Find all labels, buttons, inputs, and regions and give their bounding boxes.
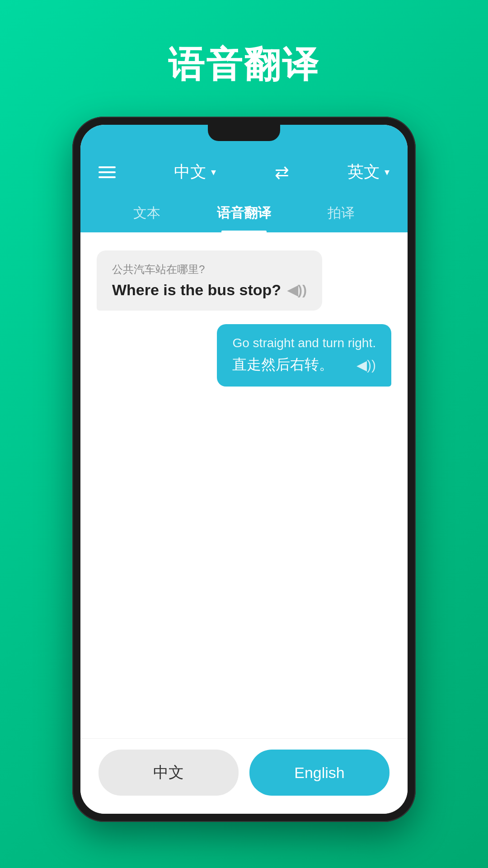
message-original-right: Go straight and turn right. [232, 336, 376, 350]
page-title-text: 语音翻译 [168, 41, 320, 90]
tabs-row: 文本 语音翻译 拍译 [99, 196, 389, 232]
sound-play-icon-left[interactable]: ◀)) [287, 282, 307, 298]
swap-languages-button[interactable]: ⇄ [275, 162, 289, 182]
target-lang-chevron-icon: ▾ [385, 166, 389, 178]
message-original-left: 公共汽车站在哪里? [112, 262, 307, 277]
hamburger-menu-button[interactable] [99, 166, 116, 178]
chinese-input-button[interactable]: 中文 [99, 750, 239, 796]
source-lang-label: 中文 [174, 161, 206, 183]
tab-voice[interactable]: 语音翻译 [196, 196, 293, 232]
message-bubble-left: 公共汽车站在哪里? Where is the bus stop? ◀)) [97, 250, 322, 311]
tab-text[interactable]: 文本 [99, 196, 196, 232]
tab-photo[interactable]: 拍译 [292, 196, 389, 232]
message-translated-left: Where is the bus stop? ◀)) [112, 281, 307, 299]
english-input-button[interactable]: English [249, 750, 389, 796]
source-language-selector[interactable]: 中文 ▾ [174, 161, 216, 183]
message-bubble-right: Go straight and turn right. 直走然后右转。 ◀)) [217, 324, 391, 387]
chat-area: 公共汽车站在哪里? Where is the bus stop? ◀)) Go … [80, 232, 408, 738]
phone-screen: 中文 ▾ ⇄ 英文 ▾ 文本 语音翻译 拍译 [80, 125, 408, 814]
target-language-selector[interactable]: 英文 ▾ [347, 161, 389, 183]
bottom-bar: 中文 English [80, 738, 408, 814]
phone-notch [208, 125, 280, 141]
target-lang-label: 英文 [347, 161, 380, 183]
sound-play-icon-right[interactable]: ◀)) [357, 357, 376, 373]
message-translated-right: 直走然后右转。 ◀)) [232, 355, 376, 375]
phone-frame: 中文 ▾ ⇄ 英文 ▾ 文本 语音翻译 拍译 [72, 117, 416, 822]
source-lang-chevron-icon: ▾ [211, 166, 216, 178]
